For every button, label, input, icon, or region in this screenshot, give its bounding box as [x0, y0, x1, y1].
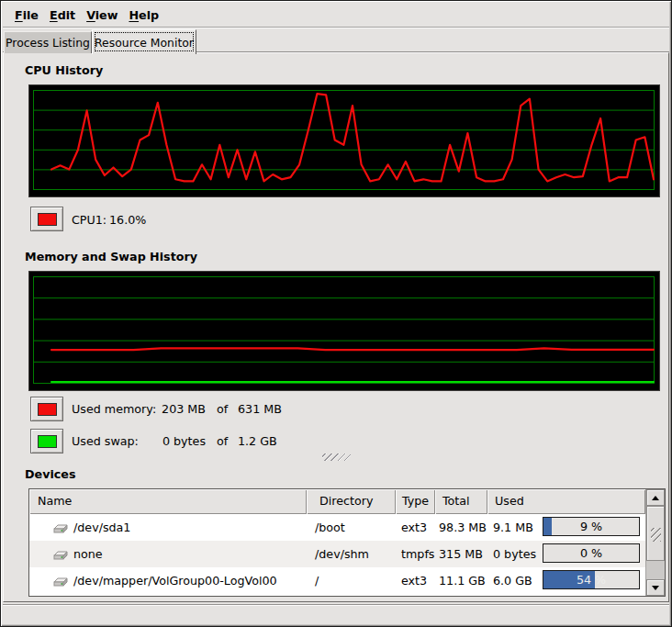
down-arrow-icon: [652, 586, 659, 590]
device-row-1[interactable]: /dev/sda1/bootext398.3 MB9.1 MB9 %: [29, 514, 645, 541]
usage-percent-label: 54 %: [543, 571, 639, 588]
usage-percent-label: 9 %: [543, 518, 639, 535]
device-name: /dev/sda1: [73, 521, 130, 534]
swap-used-value: 0 bytes: [139, 434, 206, 448]
memory-of-label: of: [217, 402, 228, 416]
column-header-type[interactable]: Type: [396, 489, 435, 514]
menubar-separator: [3, 27, 669, 28]
device-total: 11.1 GB: [435, 567, 487, 594]
device-name: /dev/mapper/VolGroup00-LogVol00: [73, 574, 277, 588]
cpu1-legend-value: 16.0%: [109, 213, 146, 227]
device-total: 315 MB: [435, 541, 487, 567]
device-used: 9.1 MB: [487, 521, 533, 534]
tab-process-listing[interactable]: Process Listing: [4, 31, 92, 53]
device-type: ext3: [396, 514, 435, 541]
menubar: FileEditViewHelp: [4, 3, 668, 27]
device-row-2[interactable]: none/dev/shmtmpfs315 MB0 bytes0 %: [29, 541, 645, 567]
memory-history-title: Memory and Swap History: [25, 250, 197, 263]
devices-table-header: NameDirectoryTypeTotalUsed: [29, 489, 645, 514]
memory-total-value: 631 MB: [238, 402, 282, 416]
pane-resize-grip[interactable]: [322, 453, 351, 461]
menu-edit[interactable]: Edit: [44, 5, 81, 26]
device-used: 6.0 GB: [487, 574, 532, 588]
cpu1-legend-label: CPU1:: [72, 213, 106, 227]
disk-icon: [53, 575, 68, 588]
scrollbar-up-button[interactable]: [646, 489, 665, 506]
memory-used-value: 203 MB: [139, 402, 206, 416]
devices-title: Devices: [25, 467, 75, 481]
tab-process-listing-label: Process Listing: [6, 36, 90, 50]
swap-total-value: 1.2 GB: [238, 434, 277, 448]
device-name: none: [73, 547, 103, 561]
disk-icon: [53, 521, 68, 534]
menu-file[interactable]: File: [9, 5, 44, 26]
usage-bar: 54 %: [543, 570, 640, 589]
system-monitor-window: FileEditViewHelp Process Listing Resourc…: [0, 0, 672, 627]
devices-scrollbar[interactable]: [645, 489, 665, 596]
devices-table: NameDirectoryTypeTotalUsed /dev/sda1/boo…: [28, 488, 666, 597]
usage-bar: 0 %: [543, 543, 640, 563]
swap-of-label: of: [217, 434, 228, 448]
usage-bar: 9 %: [543, 517, 640, 536]
column-header-directory[interactable]: Directory: [307, 489, 396, 514]
device-directory: /boot: [307, 514, 396, 541]
column-header-name[interactable]: Name: [29, 489, 307, 514]
menu-view[interactable]: View: [81, 5, 123, 26]
cpu-history-title: CPU History: [25, 63, 103, 77]
disk-icon: [53, 548, 68, 561]
device-total: 98.3 MB: [435, 514, 487, 541]
statusbar: [3, 604, 669, 622]
cpu-history-graph: [28, 84, 660, 197]
tab-focus-outline: [95, 32, 194, 51]
scrollbar-down-button[interactable]: [646, 579, 665, 596]
device-directory: /dev/shm: [307, 541, 396, 567]
menu-help[interactable]: Help: [123, 5, 164, 26]
scrollbar-grip-icon: [651, 528, 661, 542]
device-row-3[interactable]: /dev/mapper/VolGroup00-LogVol00/ext311.1…: [29, 567, 645, 594]
column-header-total[interactable]: Total: [435, 489, 487, 514]
device-type: ext3: [396, 567, 435, 594]
device-type: tmpfs: [396, 541, 435, 567]
scrollbar-thumb[interactable]: [646, 506, 665, 561]
device-directory: /: [307, 567, 396, 594]
memory-swap-graph: [28, 271, 660, 391]
device-used: 0 bytes: [487, 547, 536, 561]
up-arrow-icon: [652, 496, 659, 500]
usage-percent-label: 0 %: [543, 544, 639, 562]
column-header-used[interactable]: Used: [487, 489, 645, 514]
swap-legend-label: Used swap:: [72, 434, 139, 448]
tab-resource-monitor[interactable]: Resource Monitor: [92, 29, 196, 54]
